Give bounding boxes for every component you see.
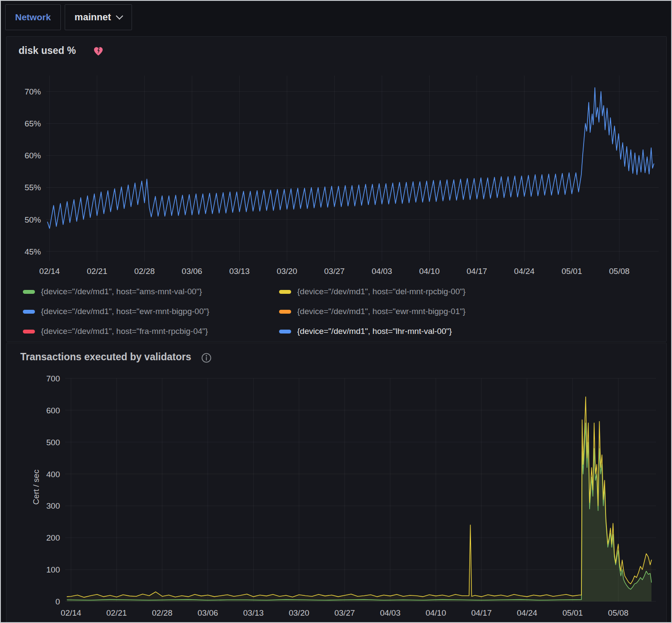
x-tick-label: 04/24 xyxy=(514,267,535,276)
disk-used-legend: {device="/dev/md1", host="ams-mnt-val-00… xyxy=(23,286,666,337)
x-tick-label: 03/20 xyxy=(289,608,309,617)
x-tick-label: 03/13 xyxy=(243,608,264,617)
legend-item[interactable]: {device="/dev/md1", host="ams-mnt-val-00… xyxy=(23,286,279,297)
series-color-swatch xyxy=(279,290,291,294)
series-color-swatch xyxy=(23,290,35,294)
panel-header: disk used % xyxy=(6,37,666,58)
x-tick-label: 05/01 xyxy=(562,267,582,276)
legend-item[interactable]: {device="/dev/md1", host="lhr-mnt-val-00… xyxy=(279,326,666,337)
legend-item-label: {device="/dev/md1", host="ewr-mnt-bigpg-… xyxy=(41,306,209,317)
x-tick-label: 03/27 xyxy=(334,608,355,617)
alert-broken-heart-icon xyxy=(92,45,104,57)
y-tick-label: 50% xyxy=(25,215,41,224)
legend-item[interactable]: {device="/dev/md1", host="fra-mnt-rpcbig… xyxy=(23,326,279,337)
x-tick-label: 02/28 xyxy=(152,608,173,617)
dashboard-variables-bar: Network mainnet xyxy=(5,4,132,30)
series-line xyxy=(67,397,652,598)
variable-label-text[interactable]: Network xyxy=(15,12,51,22)
y-tick-label: 45% xyxy=(25,247,41,256)
x-tick-label: 04/03 xyxy=(372,267,393,276)
x-tick-label: 03/06 xyxy=(182,267,202,276)
series-line xyxy=(67,423,652,600)
legend-item-label: {device="/dev/md1", host="fra-mnt-rpcbig… xyxy=(41,326,208,337)
y-axis-label: Cert / sec xyxy=(19,366,53,608)
panel-header: Transactions executed by validators xyxy=(6,343,666,365)
info-icon[interactable] xyxy=(201,352,212,364)
x-tick-label: 03/06 xyxy=(198,608,218,617)
legend-item[interactable]: {device="/dev/md1", host="ewr-mnt-bigpg-… xyxy=(23,306,279,317)
series-color-swatch xyxy=(279,330,291,334)
series-area-fill xyxy=(67,423,652,601)
legend-item-label: {device="/dev/md1", host="lhr-mnt-val-00… xyxy=(297,326,452,337)
x-tick-label: 04/03 xyxy=(380,608,401,617)
x-tick-label: 03/27 xyxy=(324,267,345,276)
y-tick-label: 0 xyxy=(55,597,60,606)
y-tick-label: 60% xyxy=(25,151,41,160)
series-area-fill xyxy=(67,397,652,601)
y-tick-label: 65% xyxy=(25,119,41,128)
series-line xyxy=(47,88,654,228)
x-tick-label: 04/24 xyxy=(517,608,537,617)
x-tick-label: 03/20 xyxy=(276,267,297,276)
x-tick-label: 02/21 xyxy=(107,608,127,617)
transactions-chart-area: Cert / sec 02/1402/2102/2803/0603/1303/2… xyxy=(6,366,666,623)
series-color-swatch xyxy=(279,310,291,314)
legend-item-label: {device="/dev/md1", host="ams-mnt-val-00… xyxy=(41,286,202,297)
x-tick-label: 05/01 xyxy=(562,608,583,617)
panel-title-disk-used[interactable]: disk used % xyxy=(19,45,76,57)
panel-transactions: Transactions executed by validators Cert… xyxy=(6,343,667,623)
network-select-dropdown[interactable]: mainnet xyxy=(65,4,132,30)
x-tick-label: 05/08 xyxy=(608,608,629,617)
legend-item-label: {device="/dev/md1", host="del-mnt-rpcbig… xyxy=(297,286,465,297)
legend-item[interactable]: {device="/dev/md1", host="ewr-mnt-bigpg-… xyxy=(279,306,666,317)
legend-item[interactable]: {device="/dev/md1", host="del-mnt-rpcbig… xyxy=(279,286,666,297)
series-color-swatch xyxy=(23,330,35,334)
x-tick-label: 04/17 xyxy=(467,267,487,276)
x-tick-label: 03/13 xyxy=(229,267,250,276)
y-tick-label: 55% xyxy=(25,183,41,192)
variable-label-network: Network xyxy=(5,4,61,30)
disk-used-chart-plot[interactable]: 02/1402/2102/2803/0603/1303/2003/2704/03… xyxy=(6,58,666,283)
panel-title-transactions[interactable]: Transactions executed by validators xyxy=(19,351,191,363)
x-tick-label: 02/28 xyxy=(134,267,155,276)
x-tick-label: 04/17 xyxy=(471,608,492,617)
x-tick-label: 04/10 xyxy=(419,267,440,276)
transactions-chart-plot[interactable]: 02/1402/2102/2803/0603/1303/2003/2704/03… xyxy=(6,366,666,623)
x-tick-label: 05/08 xyxy=(609,267,630,276)
series-color-swatch xyxy=(23,310,35,314)
panel-disk-used: disk used % 02/1402/2102/2803/0603/1303/… xyxy=(6,36,667,342)
x-tick-label: 02/21 xyxy=(87,267,107,276)
legend-item-label: {device="/dev/md1", host="ewr-mnt-bigpg-… xyxy=(297,306,465,317)
x-tick-label: 02/14 xyxy=(39,267,60,276)
x-tick-label: 04/10 xyxy=(426,608,446,617)
network-selected-value: mainnet xyxy=(75,12,111,23)
y-tick-label: 70% xyxy=(25,87,41,96)
x-tick-label: 02/14 xyxy=(61,608,82,617)
chevron-down-icon xyxy=(116,13,123,20)
